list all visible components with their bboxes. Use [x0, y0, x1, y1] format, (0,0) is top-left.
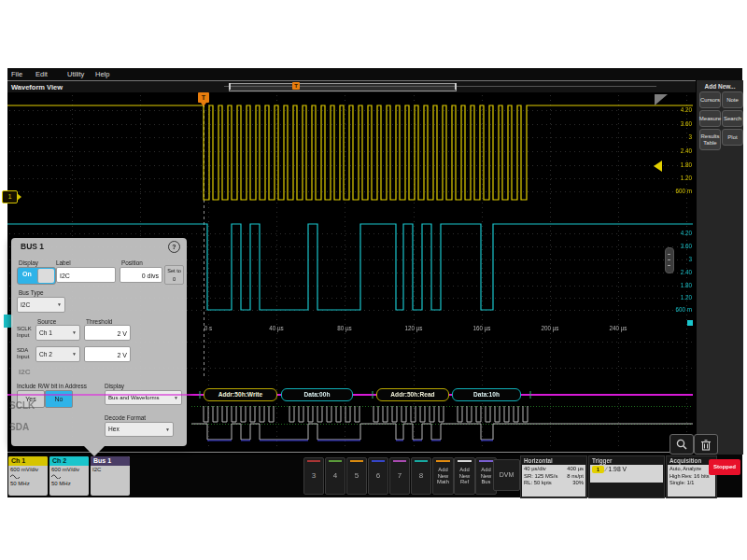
ch1-bandwidth-value: 50 MHz [10, 481, 46, 487]
trigger-level-value: 1.98 V [608, 466, 627, 472]
ch2-scale-label: 1.80 [658, 282, 692, 288]
trigger-panel[interactable]: Trigger 1 ∕ 1.98 V [588, 455, 665, 498]
channel-button-6[interactable]: 6 [368, 457, 388, 495]
oscilloscope-app: FileEditUtilityHelp Waveform View T Add … [0, 0, 747, 560]
waveform-corner-handle[interactable] [655, 94, 668, 105]
horizontal-value: 30% [572, 480, 584, 487]
horizontal-value: 400 µs [567, 466, 584, 473]
bottom-control-bar: Ch 1 600 mV/div 50 MHz Ch 2 600 mV/div 5… [7, 455, 742, 497]
bus1-type-value: I2C [92, 467, 128, 473]
ch1-scale-label: 3 [658, 133, 692, 140]
channel-button-5[interactable]: 5 [346, 457, 367, 495]
zoom-mode-button[interactable] [669, 434, 694, 455]
add-new-button-1[interactable]: Add New Ref [454, 457, 475, 495]
sda-source-value: Ch 2 [39, 351, 52, 357]
set-to-zero-button[interactable]: Set to 0 [164, 265, 184, 285]
rw-bit-label: Include R/W bit in Address [17, 383, 87, 389]
horizontal-row: 40 µs/div400 µs [524, 466, 584, 473]
sidebar-button-note[interactable]: Note [722, 91, 743, 108]
tab-waveform-view[interactable]: Waveform View [11, 83, 63, 91]
sclk-source-dropdown[interactable]: Ch 1▼ [35, 325, 80, 341]
sda-source-dropdown[interactable]: Ch 2▼ [35, 346, 80, 362]
ch1-scale-label: 3.60 [658, 120, 692, 127]
menu-edit[interactable]: Edit [35, 70, 48, 78]
sclk-waveform-label: SCLK [9, 400, 35, 411]
ch2-scale-label: 600 m [658, 306, 692, 313]
bus-waveform-label: I2C [19, 368, 30, 376]
ch1-scale-label: 600 m [658, 188, 692, 194]
menu-utility[interactable]: Utility [67, 70, 84, 78]
bus-type-label: Bus Type [19, 289, 44, 296]
threshold-header: Threshold [86, 318, 112, 325]
channel-button-4[interactable]: 4 [325, 457, 345, 495]
overview-zoom-bar[interactable] [229, 83, 457, 91]
ch1-badge-title: Ch 1 [8, 456, 48, 466]
magnifier-icon [675, 438, 688, 451]
decode-format-label: Decode Format [105, 414, 146, 421]
horizontal-value: SR: 125 MS/s [524, 473, 557, 481]
ch2-scale-label: 1.20 [658, 294, 692, 301]
menu-file[interactable]: File [11, 70, 22, 78]
right-sidebar: Add New... CursorsNoteMeasureSearchResul… [696, 80, 743, 455]
help-icon[interactable]: ? [168, 241, 180, 253]
horizontal-values: 40 µs/div400 µsSR: 125 MS/s8 ns/ptRL: 50… [522, 465, 585, 497]
sclk-threshold-input[interactable]: 2 V [84, 325, 131, 341]
channel1-handle[interactable]: 1 [2, 190, 18, 203]
ch1-badge[interactable]: Ch 1 600 mV/div 50 MHz [8, 456, 48, 496]
label-label: Label [56, 259, 71, 266]
ch2-badge-title: Ch 2 [49, 456, 89, 466]
menu-help[interactable]: Help [95, 70, 109, 78]
display-on-toggle[interactable]: On [17, 267, 56, 285]
dvm-button[interactable]: DVM [493, 459, 520, 491]
menu-bar: FileEditUtilityHelp [7, 68, 742, 81]
horizontal-panel[interactable]: Horizontal 40 µs/div400 µsSR: 125 MS/s8 … [520, 455, 587, 498]
trash-icon [700, 439, 712, 451]
sidebar-button-cursors[interactable]: Cursors [699, 91, 721, 108]
horizontal-value: 40 µs/div [524, 466, 546, 473]
trigger-position-flag[interactable]: T [198, 92, 209, 103]
add-new-title: Add New... [697, 83, 743, 90]
channel-button-3[interactable]: 3 [303, 457, 324, 495]
display2-label: Display [105, 383, 124, 389]
sidebar-button-search[interactable]: Search [722, 110, 743, 127]
dialog-title: BUS 1 [21, 242, 44, 251]
sda-threshold-input[interactable]: 2 V [84, 346, 131, 362]
label-input[interactable]: I2C [56, 267, 116, 283]
time-label: 200 µs [529, 325, 571, 331]
delete-button[interactable] [694, 434, 718, 455]
ch1-scale-value: 600 mV/div [10, 467, 46, 473]
horizontal-row: RL: 50 kpts30% [524, 480, 584, 487]
bus-type-dropdown[interactable]: I2C▼ [17, 297, 65, 313]
rw-no-button[interactable]: No [45, 390, 73, 408]
bus1-badge-title: Bus 1 [91, 456, 130, 466]
display-mode-dropdown[interactable]: Bus and Waveforms▼ [105, 390, 182, 405]
tab-bar: Waveform View T [7, 81, 742, 92]
ch1-scale-label: 4.20 [658, 106, 692, 113]
graticule-bottom-separator [7, 452, 696, 453]
ch2-scale-label: 4.20 [658, 230, 692, 236]
ch1-scale-label: 1.80 [658, 161, 692, 168]
bus1-badge[interactable]: Bus 1 I2C [91, 456, 130, 496]
horizontal-row: SR: 125 MS/s8 ns/pt [524, 473, 584, 481]
sidebar-button-plot[interactable]: Plot [722, 129, 743, 146]
channel-button-8[interactable]: 8 [411, 457, 431, 495]
sidebar-button-results-table[interactable]: Results Table [699, 129, 721, 150]
stopped-button[interactable]: Stopped [709, 459, 740, 475]
time-label: 80 µs [324, 325, 365, 331]
sda-input-label: SDA Input [17, 347, 35, 360]
acquisition-line: High Res: 16 bits [669, 473, 713, 481]
sidebar-button-measure[interactable]: Measure [699, 110, 721, 127]
ch2-badge[interactable]: Ch 2 600 mV/div 50 MHz [49, 456, 89, 496]
channel-button-7[interactable]: 7 [389, 457, 410, 495]
overview-trigger-marker[interactable]: T [292, 82, 300, 90]
position-input[interactable]: 0 divs [120, 267, 162, 283]
sclk-input-label: SCLK Input [17, 326, 35, 339]
trigger-slope-icon: ∕ [606, 466, 607, 472]
decode-format-dropdown[interactable]: Hex▼ [105, 422, 174, 437]
add-new-button-0[interactable]: Add New Math [432, 457, 454, 495]
trigger-title: Trigger [589, 456, 664, 465]
ch1-scale-label: 1.20 [658, 175, 692, 181]
ch2-scale-label: 3.60 [658, 243, 692, 249]
time-label: 120 µs [393, 325, 434, 331]
ch2-scale-label: 2.40 [658, 269, 692, 275]
